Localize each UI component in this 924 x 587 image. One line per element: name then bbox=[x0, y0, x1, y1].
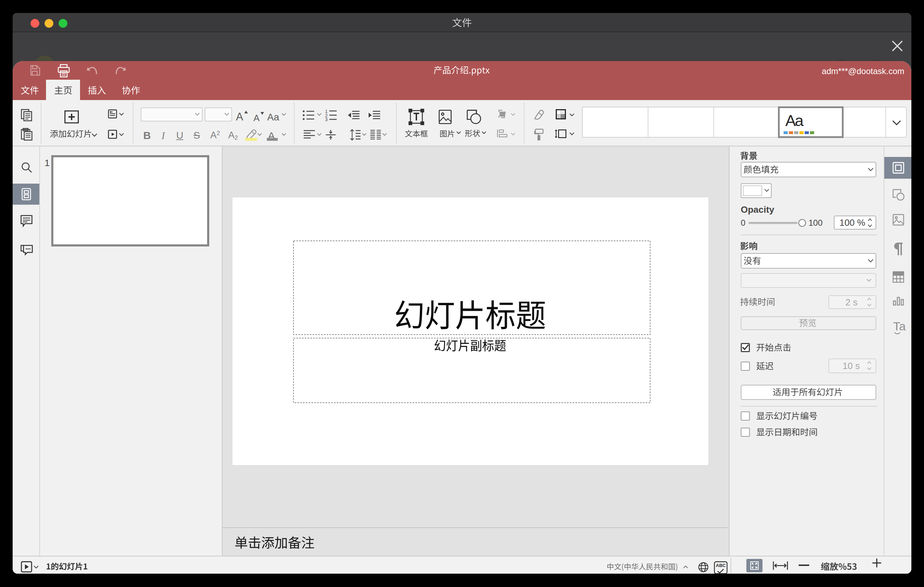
svg-text:Ta: Ta bbox=[893, 320, 906, 333]
svg-text:3: 3 bbox=[325, 117, 328, 122]
svg-text:ABC: ABC bbox=[716, 563, 726, 568]
